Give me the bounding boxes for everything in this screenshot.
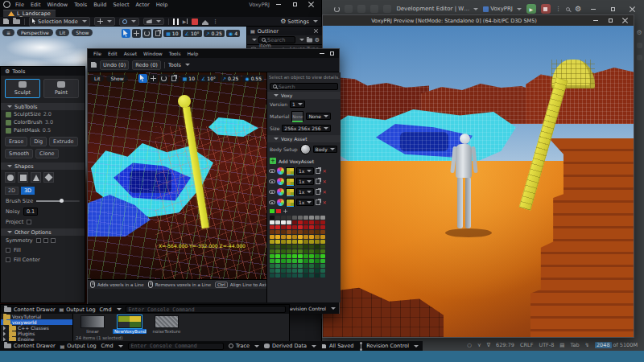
palette-swatch[interactable] (303, 235, 308, 239)
voxel-cube-thumbnail[interactable] (286, 188, 295, 196)
palette-swatch[interactable] (275, 274, 280, 278)
rotate-tool-button[interactable] (142, 29, 151, 38)
run-config-select[interactable]: VoxyPRJ (483, 6, 522, 12)
palette-swatch[interactable] (292, 240, 297, 244)
palette-swatch[interactable] (298, 259, 303, 263)
palette-swatch[interactable] (270, 274, 275, 278)
palette-swatch[interactable] (298, 220, 303, 224)
settings-button[interactable]: ⚙ Settings (280, 18, 318, 25)
palette-swatch[interactable] (315, 254, 320, 258)
play-options-icon[interactable]: ⋮ (213, 19, 218, 25)
palette-swatch[interactable] (309, 230, 314, 234)
detail-value-select[interactable]: 256x 256x 256 (282, 125, 330, 132)
palette-swatch[interactable] (270, 254, 275, 258)
game-viewport[interactable] (323, 26, 634, 337)
palette-swatch[interactable] (281, 269, 286, 273)
unreal-logo-icon[interactable] (3, 1, 10, 8)
gutter-tool-icon[interactable] (637, 43, 642, 48)
delete-icon[interactable]: ✕ (322, 168, 326, 174)
voxy-minimize-button[interactable] (317, 49, 327, 58)
grid-snap-button[interactable]: ▦10 (180, 75, 197, 82)
palette-swatch[interactable] (270, 220, 275, 224)
voxel-cube-thumbnail[interactable] (286, 167, 295, 175)
palette-swatch[interactable] (287, 230, 291, 234)
delete-icon[interactable]: ✕ (322, 189, 326, 195)
palette-swatch[interactable] (309, 269, 314, 273)
palette-swatch[interactable] (275, 254, 280, 258)
dim-2d[interactable]: 2D (5, 187, 19, 195)
palette-swatch[interactable] (320, 240, 325, 244)
status-filter-icon[interactable]: ∇ (487, 342, 490, 348)
maximize-button[interactable] (287, 0, 302, 9)
palette-swatch[interactable] (292, 230, 297, 234)
palette-swatch[interactable] (275, 245, 280, 249)
content-drawer-button[interactable]: Content Drawer (4, 343, 56, 349)
voxy-menu-help[interactable]: Help (184, 51, 202, 56)
palette-swatch[interactable] (303, 264, 308, 268)
copy-icon[interactable] (316, 200, 320, 205)
save-asset-icon[interactable] (91, 62, 97, 68)
add-color-icon[interactable] (283, 209, 287, 213)
voxy-menu-window[interactable]: Window (140, 51, 166, 56)
palette-swatch[interactable] (303, 220, 308, 224)
mode-paint[interactable]: Paint (43, 79, 79, 98)
palette-swatch[interactable] (298, 269, 303, 273)
rider-minimize-button[interactable] (586, 2, 601, 15)
palette-swatch[interactable] (303, 269, 308, 273)
palette-swatch[interactable] (275, 225, 280, 229)
asset-scale-select[interactable]: 1x (296, 178, 314, 185)
encoding-indicator[interactable]: UTF-8 (539, 342, 554, 348)
rotate-tool-button[interactable] (159, 74, 168, 83)
shape-button-1[interactable] (18, 172, 28, 183)
rows-icon[interactable]: ▤ (559, 342, 564, 348)
palette-swatch[interactable] (281, 235, 286, 239)
visibility-eye-icon[interactable] (269, 190, 275, 194)
preset-row[interactable]: SculptSize2.0 (1, 110, 85, 118)
move-tool-button[interactable] (132, 29, 141, 38)
section-other-options[interactable]: Other Options (1, 228, 85, 236)
fill-center-checkbox[interactable] (6, 257, 10, 262)
palette-swatch[interactable] (281, 220, 286, 224)
voxel-cube-thumbnail[interactable] (286, 199, 295, 207)
more-options-icon[interactable]: ⋮ (555, 6, 561, 12)
palette-swatch[interactable] (281, 259, 286, 263)
voxy-maximize-button[interactable] (327, 49, 336, 58)
add-voxyasset-button[interactable]: + Add VoxyAsset (267, 156, 341, 166)
palette-swatch[interactable] (315, 225, 320, 229)
menu-file[interactable]: File (12, 2, 27, 8)
fill-checkbox[interactable] (6, 248, 10, 253)
redo-button[interactable]: Redo (0) (132, 60, 161, 70)
palette-swatch[interactable] (303, 216, 308, 220)
material-sphere-icon[interactable] (277, 188, 284, 195)
palette-swatch[interactable] (320, 264, 325, 268)
menu-select[interactable]: Select (109, 2, 132, 8)
line-ending-indicator[interactable]: CRLF (520, 342, 533, 348)
folder-voxytutorial[interactable]: VoxyTutorial (1, 314, 72, 319)
copy-icon[interactable] (316, 179, 320, 184)
palette-swatch[interactable] (281, 225, 286, 229)
viewport-pill-show[interactable]: Show (72, 29, 93, 36)
palette-swatch[interactable] (309, 216, 314, 220)
palette-swatch[interactable] (298, 254, 303, 258)
palette-swatch[interactable] (281, 254, 286, 258)
palette-swatch[interactable] (298, 216, 303, 220)
palette-swatch[interactable] (270, 249, 275, 253)
palette-swatch[interactable] (320, 269, 325, 273)
palette-swatch[interactable] (309, 245, 314, 249)
cmd-select[interactable]: Cmd (100, 306, 122, 313)
body-setup-thumbnail[interactable] (300, 144, 311, 154)
menu-tools[interactable]: Tools (71, 2, 90, 8)
detail-value-select[interactable]: None (306, 113, 331, 120)
palette-swatch[interactable] (270, 264, 275, 268)
gutter-gear-icon[interactable]: ⚙ (636, 29, 642, 36)
palette-swatch[interactable] (275, 269, 280, 273)
select-tool-button[interactable] (122, 29, 130, 38)
palette-swatch[interactable] (320, 249, 325, 253)
all-saved-indicator[interactable]: All Saved (321, 343, 353, 349)
palette-swatch[interactable] (298, 249, 303, 253)
details-search-input[interactable]: Search (270, 83, 338, 90)
palette-swatch[interactable] (270, 259, 275, 263)
status-circle-icon[interactable]: ○ (467, 342, 472, 348)
palette-swatch[interactable] (309, 254, 314, 258)
save-icon[interactable] (3, 19, 9, 24)
